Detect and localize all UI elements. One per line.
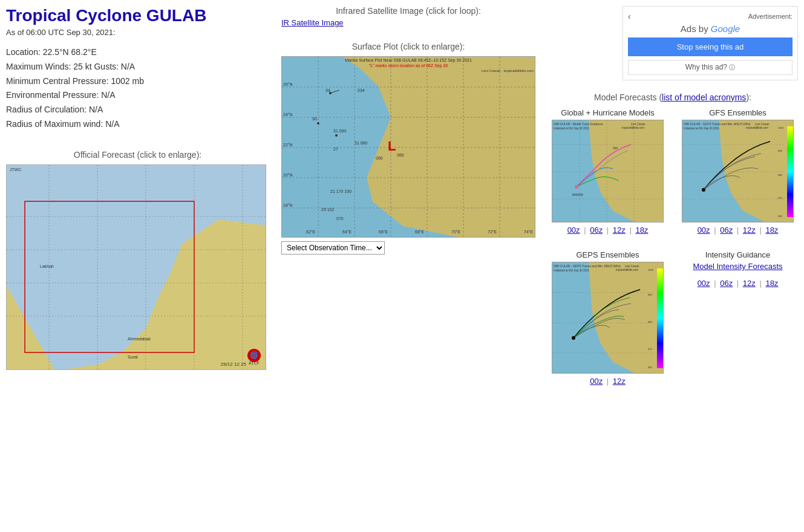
svg-text:Surat: Surat bbox=[128, 355, 138, 359]
intensity-time-links: 00z | 06z | 12z | 18z bbox=[698, 276, 779, 288]
as-of-date: As of 06:00 UTC Sep 30, 2021: bbox=[6, 28, 269, 37]
global-hurricane-time-links: 00z | 06z | 12z | 18z bbox=[567, 225, 649, 235]
svg-text:980: 980 bbox=[778, 174, 782, 177]
svg-text:970: 970 bbox=[778, 196, 782, 199]
model-forecasts-label: Model Forecasts (list of model acronyms)… bbox=[547, 92, 798, 102]
link-12z-geps[interactable]: 12z bbox=[613, 377, 626, 386]
svg-text:03B GULAB - Model Track Guidan: 03B GULAB - Model Track Guidance bbox=[554, 122, 603, 126]
svg-point-45 bbox=[317, 122, 319, 125]
geps-ensembles-label: GEPS Ensembles bbox=[576, 250, 639, 259]
link-06z-intensity[interactable]: 06z bbox=[720, 279, 733, 288]
env-pressure: Environmental Pressure: N/A bbox=[6, 88, 269, 103]
svg-text:Ahmedabad: Ahmedabad bbox=[128, 337, 151, 341]
svg-text:MWSIM: MWSIM bbox=[572, 193, 583, 196]
svg-text:060: 060 bbox=[397, 153, 404, 157]
surface-plot-label: Surface Plot (click to enlarge): bbox=[281, 42, 535, 51]
ir-satellite-link[interactable]: IR Satellite Image bbox=[281, 18, 535, 27]
link-18z-global[interactable]: 18z bbox=[635, 225, 648, 235]
svg-text:21 170 100: 21 170 100 bbox=[330, 189, 351, 193]
svg-text:74°E: 74°E bbox=[524, 230, 534, 234]
svg-point-46 bbox=[335, 134, 338, 137]
svg-text:960: 960 bbox=[778, 215, 782, 218]
right-column: ‹ Advertisement: Ads by Google Stop seei… bbox=[541, 6, 798, 386]
global-hurricane-models-item: Global + Hurricane Models 03B GULAB - Mo… bbox=[547, 108, 668, 235]
surface-plot-credit: Levi Cowan - tropicaltidibits.com bbox=[482, 69, 534, 73]
surface-plot-section: Surface Plot (click to enlarge): bbox=[281, 42, 535, 255]
gfs-ensembles-label: GFS Ensembles bbox=[709, 108, 766, 117]
svg-text:64°E: 64°E bbox=[342, 230, 352, 234]
cyclone-title[interactable]: Tropical Cyclone GULAB bbox=[6, 6, 269, 25]
svg-text:68°E: 68°E bbox=[415, 230, 425, 234]
link-06z-gfs[interactable]: 06z bbox=[720, 225, 733, 235]
link-12z-global[interactable]: 12z bbox=[613, 225, 626, 235]
info-icon: ⓘ bbox=[729, 64, 735, 71]
link-18z-gfs[interactable]: 18z bbox=[765, 225, 778, 235]
model-intensity-link[interactable]: Model Intensity Forecasts bbox=[693, 262, 782, 271]
svg-text:tropicaltidibits.com: tropicaltidibits.com bbox=[622, 126, 644, 129]
svg-text:30: 30 bbox=[312, 117, 317, 121]
intensity-guidance-label: Intensity Guidance bbox=[705, 250, 771, 259]
svg-text:034: 034 bbox=[358, 88, 365, 92]
official-forecast-label: Official Forecast (click to enlarge): bbox=[6, 150, 269, 160]
link-00z-intensity[interactable]: 00z bbox=[698, 279, 710, 288]
svg-text:1000: 1000 bbox=[778, 126, 784, 129]
max-winds: Maximum Winds: 25 kt Gusts: N/A bbox=[6, 60, 269, 74]
why-this-ad[interactable]: Why this ad? ⓘ bbox=[628, 60, 793, 75]
link-12z-gfs[interactable]: 12z bbox=[743, 225, 756, 235]
left-column: Tropical Cyclone GULAB As of 06:00 UTC S… bbox=[6, 6, 275, 386]
link-00z-global[interactable]: 00z bbox=[567, 225, 580, 235]
geps-ensembles-image[interactable]: 03B GULAB - GEPS Tracks and Min. MSLP (h… bbox=[552, 262, 664, 374]
svg-text:22°N: 22°N bbox=[283, 143, 293, 147]
ad-title-text: Advertisement: bbox=[631, 13, 793, 20]
svg-text:Initialized at 00z Sep 30 2021: Initialized at 00z Sep 30 2021 bbox=[554, 127, 590, 130]
surface-plot-image[interactable]: 26°N 24°N 22°N 20°N 18°N 62°E 64°E 66°E … bbox=[281, 56, 535, 238]
svg-text:03B GULAB - GEPS Tracks and Mi: 03B GULAB - GEPS Tracks and Min. MSLP (h… bbox=[554, 264, 621, 268]
obs-time-select[interactable]: Select Observation Time... bbox=[281, 241, 385, 255]
gfs-ensembles-item: GFS Ensembles 03B GULAB - GEFS Tracks an… bbox=[678, 108, 798, 235]
svg-text:tropicaltidibits.com: tropicaltidibits.com bbox=[746, 126, 768, 129]
geps-time-links: 00z | 12z bbox=[590, 377, 626, 386]
radius-max-wind: Radius of Maximum wind: N/A bbox=[6, 117, 269, 132]
svg-text:27: 27 bbox=[333, 147, 338, 151]
svg-text:29 102: 29 102 bbox=[321, 207, 335, 212]
svg-point-105 bbox=[572, 336, 575, 340]
min-pressure: Minimum Central Pressure: 1002 mb bbox=[6, 74, 269, 89]
svg-text:L: L bbox=[388, 138, 396, 154]
global-hurricane-image[interactable]: 03B GULAB - Model Track Guidance Initial… bbox=[552, 120, 664, 222]
model-forecasts-section: Model Forecasts (list of model acronyms)… bbox=[547, 92, 798, 386]
link-12z-intensity[interactable]: 12z bbox=[743, 279, 756, 288]
link-00z-geps[interactable]: 00z bbox=[590, 377, 603, 386]
svg-text:18°N: 18°N bbox=[283, 203, 293, 207]
official-forecast-section: Official Forecast (click to enlarge): bbox=[6, 150, 269, 370]
ads-by-google: Ads by Google bbox=[628, 24, 793, 34]
link-06z-global[interactable]: 06z bbox=[590, 225, 603, 235]
radius-circulation: Radius of Circulation: N/A bbox=[6, 103, 269, 117]
svg-text:960: 960 bbox=[648, 366, 652, 369]
svg-point-65 bbox=[575, 185, 578, 189]
svg-text:JTWC: JTWC bbox=[10, 167, 21, 172]
model-acronyms-link[interactable]: list of model acronyms bbox=[662, 92, 746, 102]
svg-text:tropicaltidibits.com: tropicaltidibits.com bbox=[616, 268, 638, 271]
date-stamp: 29/12 12 25 bbox=[221, 362, 246, 367]
link-00z-gfs[interactable]: 00z bbox=[698, 225, 710, 235]
svg-text:62°E: 62°E bbox=[306, 230, 316, 234]
svg-text:Initialized at 00z Sep 30 2021: Initialized at 00z Sep 30 2021 bbox=[684, 127, 720, 130]
gfs-ensembles-time-links: 00z | 06z | 12z | 18z bbox=[698, 225, 779, 235]
geps-ensembles-item: GEPS Ensembles 03B GULAB - GEPS Tracks a… bbox=[547, 250, 668, 386]
stop-seeing-ad-button[interactable]: Stop seeing this ad bbox=[628, 37, 793, 56]
svg-text:72°E: 72°E bbox=[488, 230, 497, 234]
svg-text:66°E: 66°E bbox=[379, 230, 388, 234]
svg-text:980: 980 bbox=[648, 320, 652, 323]
svg-text:970: 970 bbox=[648, 348, 652, 351]
svg-text:Levi Cowan: Levi Cowan bbox=[755, 123, 770, 126]
official-forecast-image[interactable]: JTWC ATCF Lakhah Ahmedabad Surat 🌀 29/12… bbox=[6, 164, 266, 370]
svg-text:34: 34 bbox=[325, 88, 330, 92]
middle-column: Infrared Satellite Image (click for loop… bbox=[275, 6, 541, 386]
svg-text:26°N: 26°N bbox=[283, 82, 293, 86]
svg-text:990: 990 bbox=[648, 293, 652, 296]
svg-text:70°E: 70°E bbox=[451, 230, 461, 234]
svg-text:31 090: 31 090 bbox=[333, 129, 347, 133]
gfs-ensembles-image[interactable]: 03B GULAB - GEFS Tracks and Min. MSLP (h… bbox=[682, 120, 794, 222]
link-18z-intensity[interactable]: 18z bbox=[765, 279, 778, 288]
model-grid: Global + Hurricane Models 03B GULAB - Mo… bbox=[547, 108, 798, 386]
